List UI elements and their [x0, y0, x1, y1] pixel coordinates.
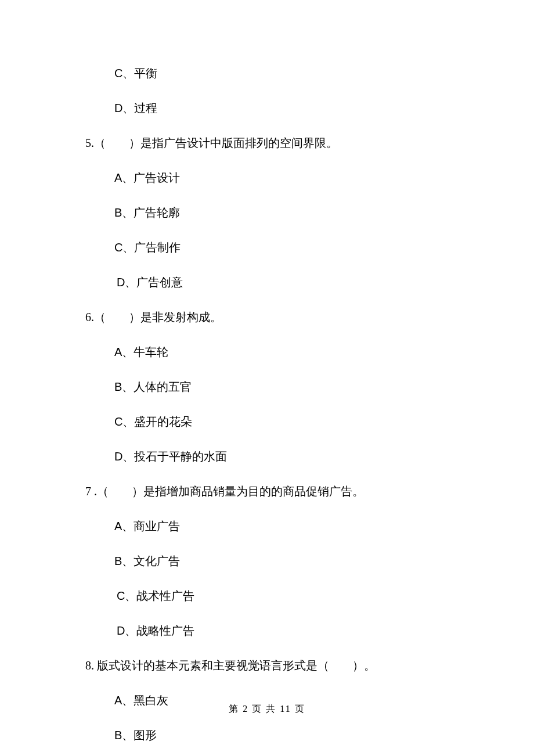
- option-letter: D: [114, 450, 122, 463]
- option-letter: C: [114, 67, 122, 80]
- option-letter: B: [114, 206, 122, 219]
- q5-option-a: A、广告设计: [85, 170, 476, 186]
- option-letter: A: [114, 345, 122, 358]
- q6-option-b: B、人体的五官: [85, 379, 476, 395]
- option-text: 、广告设计: [122, 171, 180, 184]
- question-number: 5.: [85, 136, 94, 149]
- option-letter: D: [117, 624, 125, 637]
- option-letter: C: [114, 415, 122, 428]
- option-text: 、人体的五官: [122, 380, 192, 393]
- option-letter: B: [114, 555, 122, 567]
- question-text: （ ）是指增加商品销量为目的的商品促销广告。: [97, 485, 364, 498]
- q7-stem: 7 .（ ）是指增加商品销量为目的的商品促销广告。: [85, 483, 476, 499]
- question-number: 7 .: [85, 485, 97, 498]
- q5-option-d: D、广告创意: [85, 274, 476, 290]
- question-text: （ ）是非发射构成。: [94, 311, 222, 323]
- option-text: 、文化广告: [122, 555, 180, 567]
- page-footer: 第 2 页 共 11 页: [0, 703, 534, 715]
- option-letter: A: [114, 520, 122, 532]
- q5-stem: 5.（ ）是指广告设计中版面排列的空间界限。: [85, 135, 476, 151]
- q4-option-d: D、过程: [85, 100, 476, 116]
- q6-option-c: C、盛开的花朵: [85, 413, 476, 430]
- q7-option-a: A、商业广告: [85, 518, 476, 534]
- option-text: 、广告创意: [125, 276, 183, 289]
- option-text: 、战略性广告: [125, 624, 194, 637]
- question-text: 版式设计的基本元素和主要视觉语言形式是（ ）。: [94, 659, 376, 672]
- q8-stem: 8. 版式设计的基本元素和主要视觉语言形式是（ ）。: [85, 657, 476, 674]
- option-text: 、盛开的花朵: [122, 415, 192, 428]
- q4-option-c: C、平衡: [85, 65, 476, 81]
- q6-stem: 6.（ ）是非发射构成。: [85, 309, 476, 325]
- option-letter: C: [114, 241, 122, 254]
- q6-option-a: A、牛车轮: [85, 344, 476, 360]
- option-letter: B: [114, 729, 122, 741]
- option-text: 、广告制作: [122, 241, 181, 254]
- option-letter: D: [117, 276, 125, 289]
- option-text: 、广告轮廓: [122, 206, 180, 219]
- question-number: 6.: [85, 311, 94, 323]
- option-text: 、平衡: [122, 67, 157, 80]
- option-text: 、图形: [122, 729, 157, 741]
- option-text: 、过程: [122, 102, 157, 114]
- q7-option-b: B、文化广告: [85, 553, 476, 569]
- question-number: 8.: [85, 659, 94, 672]
- q7-option-d: D、战略性广告: [85, 622, 476, 639]
- question-text: （ ）是指广告设计中版面排列的空间界限。: [94, 136, 338, 149]
- option-text: 、战术性广告: [125, 589, 194, 602]
- option-text: 、牛车轮: [122, 345, 168, 358]
- q5-option-b: B、广告轮廓: [85, 204, 476, 221]
- q6-option-d: D、投石于平静的水面: [85, 448, 476, 465]
- q5-option-c: C、广告制作: [85, 239, 476, 255]
- option-letter: C: [117, 589, 125, 602]
- option-letter: B: [114, 380, 122, 393]
- page-content: C、平衡 D、过程 5.（ ）是指广告设计中版面排列的空间界限。 A、广告设计 …: [0, 0, 534, 756]
- option-text: 、商业广告: [122, 520, 180, 532]
- option-letter: A: [114, 171, 122, 184]
- q7-option-c: C、战术性广告: [85, 588, 476, 604]
- q8-option-b: B、图形: [85, 727, 476, 743]
- option-text: 、投石于平静的水面: [122, 450, 227, 463]
- option-letter: D: [114, 102, 122, 114]
